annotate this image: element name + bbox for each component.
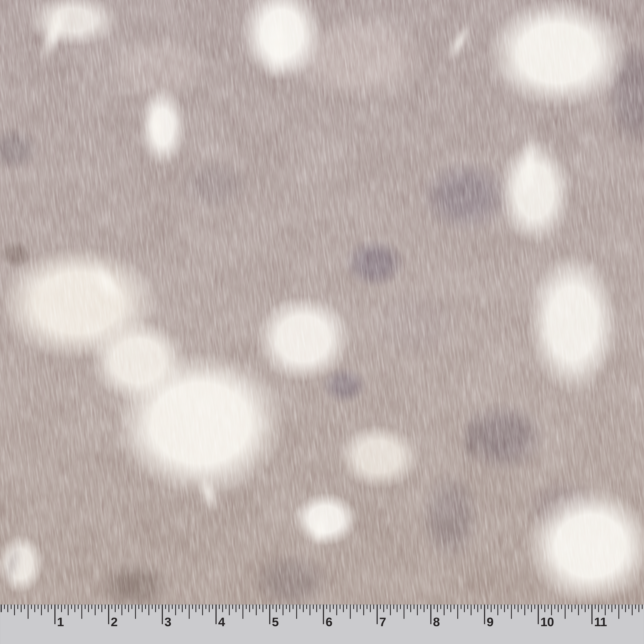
ruler-tick bbox=[276, 605, 277, 612]
ruler-tick bbox=[605, 605, 606, 615]
ruler-tick bbox=[125, 605, 126, 609]
ruler-tick bbox=[484, 605, 485, 624]
ruler-tick bbox=[528, 605, 529, 609]
ruler-tick bbox=[444, 605, 445, 615]
ruler-tick bbox=[387, 605, 388, 609]
ruler-tick bbox=[131, 605, 132, 609]
ruler-tick bbox=[420, 605, 421, 609]
ruler-tick bbox=[135, 605, 136, 619]
ruler-tick bbox=[363, 605, 364, 615]
ruler-tick bbox=[48, 605, 49, 612]
ruler-tick bbox=[450, 605, 451, 612]
ruler-tick bbox=[7, 605, 8, 612]
ruler-tick bbox=[393, 605, 394, 609]
ruler-tick bbox=[390, 605, 391, 615]
ruler-tick bbox=[437, 605, 438, 612]
ruler-tick bbox=[534, 605, 535, 609]
ruler-inch-label: 11 bbox=[594, 616, 607, 628]
inch-ruler: 1234567891011 bbox=[0, 605, 644, 644]
ruler-tick bbox=[611, 605, 612, 612]
ruler-tick bbox=[548, 605, 549, 609]
ruler-tick bbox=[316, 605, 317, 612]
ruler-tick bbox=[330, 605, 330, 612]
ruler-tick bbox=[11, 605, 12, 609]
ruler-inch-label: 7 bbox=[379, 616, 386, 628]
ruler-tick bbox=[283, 605, 283, 615]
ruler-inch-label: 9 bbox=[487, 616, 493, 628]
ruler-tick bbox=[440, 605, 441, 609]
ruler-inch-label: 1 bbox=[57, 616, 64, 628]
ruler-tick bbox=[544, 605, 545, 612]
ruler-tick bbox=[14, 605, 15, 615]
ruler-tick bbox=[598, 605, 599, 612]
ruler-tick bbox=[64, 605, 65, 609]
ruler-tick bbox=[121, 605, 122, 615]
ruler-tick bbox=[165, 605, 166, 609]
ruler-tick bbox=[481, 605, 482, 609]
ruler-inch-label: 2 bbox=[111, 616, 117, 628]
ruler-tick bbox=[185, 605, 186, 609]
ruler-tick bbox=[31, 605, 32, 609]
ruler-tick bbox=[175, 605, 176, 615]
ruler-inch-label: 8 bbox=[433, 616, 440, 628]
ruler-tick bbox=[591, 605, 593, 624]
ruler-tick bbox=[454, 605, 455, 609]
ruler-tick bbox=[377, 605, 378, 624]
ruler-tick bbox=[622, 605, 623, 609]
ruler-tick bbox=[138, 605, 139, 609]
ruler-tick bbox=[242, 605, 243, 619]
ruler-inch-label: 4 bbox=[218, 616, 225, 628]
ruler-tick bbox=[333, 605, 334, 609]
ruler-tick bbox=[461, 605, 461, 609]
ruler-tick bbox=[172, 605, 173, 609]
ruler-tick bbox=[518, 605, 519, 612]
ruler-tick bbox=[111, 605, 112, 609]
ruler-tick bbox=[326, 605, 327, 609]
ruler-tick bbox=[383, 605, 384, 612]
ruler-tick bbox=[229, 605, 230, 615]
ruler-tick bbox=[595, 605, 596, 609]
ruler-tick bbox=[471, 605, 472, 615]
ruler-tick bbox=[236, 605, 236, 612]
ruler-tick bbox=[273, 605, 273, 609]
ruler-inch-label: 6 bbox=[326, 616, 332, 628]
ruler-tick bbox=[414, 605, 414, 609]
ruler-tick bbox=[155, 605, 156, 612]
ruler-tick bbox=[289, 605, 290, 612]
faux-fur-texture bbox=[0, 0, 644, 605]
ruler-tick bbox=[551, 605, 552, 615]
ruler-tick bbox=[269, 605, 270, 624]
ruler-tick bbox=[232, 605, 233, 609]
ruler-tick bbox=[95, 605, 96, 615]
fur-ridge-highlight bbox=[258, 1, 297, 92]
ruler-tick bbox=[38, 605, 39, 609]
ruler-tick bbox=[581, 605, 582, 609]
ruler-tick bbox=[105, 605, 106, 609]
ruler-tick bbox=[568, 605, 569, 609]
ruler-tick bbox=[202, 605, 203, 615]
ruler-tick bbox=[628, 605, 629, 609]
ruler-tick bbox=[88, 605, 89, 612]
ruler-tick bbox=[571, 605, 572, 612]
ruler-tick bbox=[51, 605, 52, 609]
ruler-tick bbox=[28, 605, 29, 619]
ruler-tick bbox=[91, 605, 92, 609]
ruler-tick bbox=[293, 605, 293, 609]
ruler-tick bbox=[118, 605, 119, 609]
ruler-tick bbox=[404, 605, 404, 619]
ruler-tick bbox=[222, 605, 223, 612]
ruler-tick bbox=[68, 605, 69, 615]
ruler-tick bbox=[474, 605, 475, 609]
ruler-tick bbox=[434, 605, 435, 609]
ruler-tick bbox=[41, 605, 42, 615]
ruler-tick bbox=[24, 605, 25, 609]
ruler-tick bbox=[343, 605, 344, 612]
ruler-tick bbox=[501, 605, 502, 609]
ruler-tick bbox=[78, 605, 79, 609]
ruler-tick bbox=[588, 605, 589, 609]
ruler-tick bbox=[608, 605, 609, 609]
ruler-tick bbox=[44, 605, 45, 609]
ruler-tick bbox=[85, 605, 86, 609]
ruler-tick bbox=[618, 605, 619, 619]
ruler-tick bbox=[158, 605, 159, 609]
